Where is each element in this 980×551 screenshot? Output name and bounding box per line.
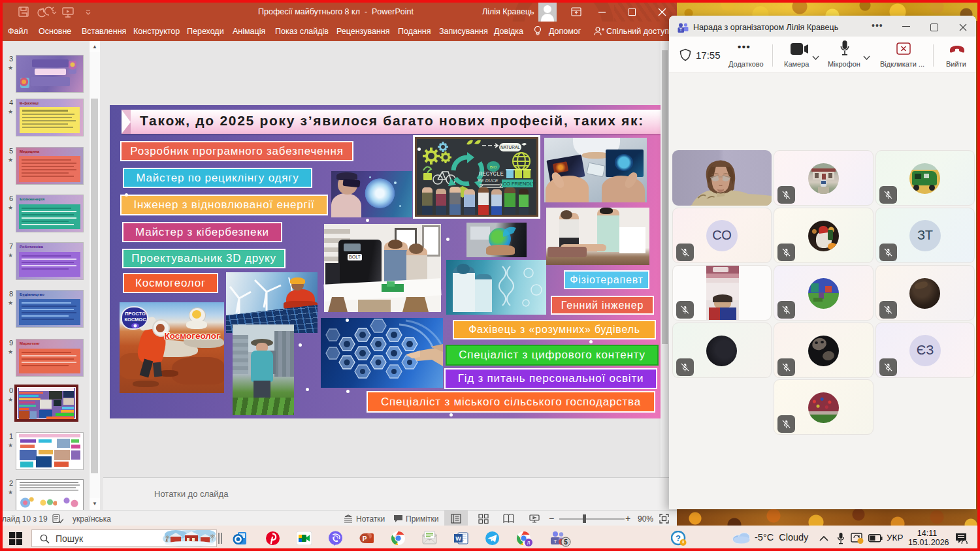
svg-text:P: P <box>363 535 367 543</box>
svg-text:RECYCLE: RECYCLE <box>479 171 504 178</box>
svg-text:5: 5 <box>564 539 568 546</box>
svg-text:BIO: BIO <box>490 165 497 169</box>
svg-text:T: T <box>679 27 682 32</box>
svg-text:W: W <box>455 535 461 542</box>
svg-text:Л: Л <box>527 540 531 546</box>
svg-text:RE DUCE: RE DUCE <box>478 178 498 183</box>
svg-text:T: T <box>554 539 557 544</box>
svg-text:NATURAL: NATURAL <box>500 145 520 150</box>
